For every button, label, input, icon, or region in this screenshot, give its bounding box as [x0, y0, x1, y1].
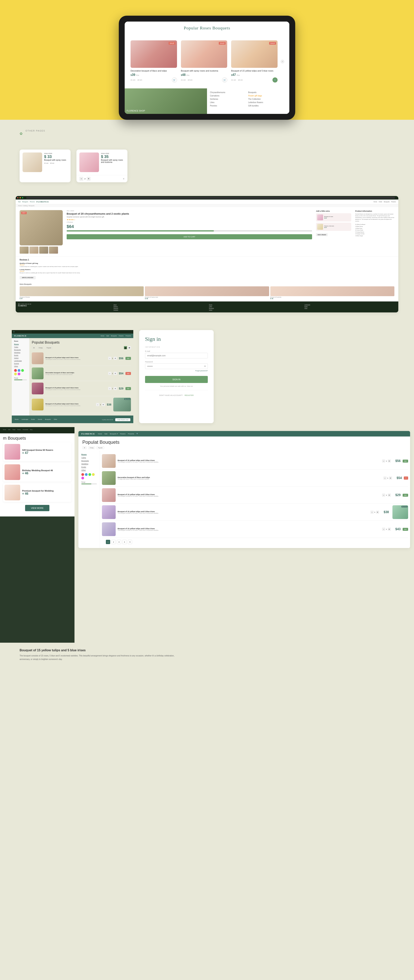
- large-filter-all[interactable]: All: [82, 447, 87, 449]
- close-btn[interactable]: ×: [123, 177, 124, 180]
- large-swatch-yellow[interactable]: [92, 473, 95, 476]
- filter-all[interactable]: All: [32, 347, 36, 349]
- add-to-cart-btn-1[interactable]: 🛒: [172, 78, 177, 83]
- large-sidebar-roses[interactable]: Roses: [81, 453, 97, 455]
- thumb-4[interactable]: [49, 247, 58, 254]
- large-sidebar-exotic[interactable]: Exotic: [81, 466, 97, 468]
- list-cart-3[interactable]: Add: [403, 494, 408, 497]
- thumb-1[interactable]: [20, 247, 29, 254]
- footer-about[interactable]: About: [113, 304, 205, 305]
- sidebar-wedding[interactable]: Wedding: [14, 352, 27, 353]
- large-filter-popular[interactable]: Popular: [96, 447, 104, 449]
- add-to-cart-btn-3[interactable]: 🛒: [272, 78, 277, 83]
- footer-roses[interactable]: Roses: [209, 304, 301, 305]
- nav-bouquets[interactable]: Bouquets: [248, 91, 287, 94]
- nav-peonies[interactable]: Peonies: [210, 105, 248, 107]
- footer-bouquets[interactable]: Bouquets: [209, 307, 301, 309]
- large-filter-cheap[interactable]: Cheap: [88, 447, 95, 449]
- large-sidebar-wedding[interactable]: Wedding: [81, 463, 97, 465]
- footer-indoor[interactable]: Indoor: [209, 309, 301, 310]
- swatch-red[interactable]: [14, 369, 17, 372]
- footer-delivery[interactable]: Delivery: [113, 306, 205, 307]
- large-swatch-pink[interactable]: [81, 477, 84, 479]
- password-field[interactable]: [145, 363, 208, 369]
- write-review-btn[interactable]: WRITE A REVIEW: [20, 276, 36, 279]
- swatch-pink[interactable]: [18, 372, 21, 375]
- nav-chrysanthemums[interactable]: Chrysanthemums: [210, 91, 248, 94]
- list-dec-5[interactable]: -: [382, 528, 385, 531]
- qty-decrease-btn[interactable]: −: [80, 177, 83, 181]
- sale-link[interactable]: Sale: [18, 201, 21, 203]
- nav-the-collection[interactable]: The Collection: [248, 98, 287, 100]
- qty-dec-2[interactable]: -: [108, 372, 111, 375]
- list-dec-2[interactable]: -: [384, 476, 387, 480]
- list-inc-1[interactable]: +: [388, 460, 391, 463]
- view-more-btn[interactable]: VIEW MORE: [25, 505, 49, 511]
- swatch-blue[interactable]: [18, 369, 21, 372]
- sidebar-bouquets[interactable]: Bouquets: [14, 349, 27, 351]
- grid-view-btn[interactable]: ▦: [124, 346, 127, 349]
- page-4[interactable]: 4: [122, 540, 127, 544]
- qty-dec-3[interactable]: -: [108, 387, 111, 390]
- qty-inc-4[interactable]: +: [102, 403, 105, 406]
- add-to-cart-btn-2[interactable]: 🛒: [222, 78, 227, 83]
- nav-gift-bundles[interactable]: Gift bundles: [248, 105, 287, 107]
- sidebar-exotic[interactable]: Exotic: [14, 354, 27, 356]
- footer-landscape[interactable]: Landscape: [304, 304, 396, 305]
- show-password-icon[interactable]: 👁: [204, 365, 206, 368]
- email-field[interactable]: [145, 353, 208, 358]
- list-dec-3[interactable]: -: [382, 493, 385, 497]
- swatch-green[interactable]: [21, 369, 24, 372]
- forgot-password-link[interactable]: Forgot password?: [145, 370, 208, 372]
- list-dec-4[interactable]: -: [371, 511, 374, 514]
- nav-carnations[interactable]: Carnations: [210, 95, 248, 97]
- qty-increase-btn[interactable]: +: [87, 177, 91, 181]
- list-view-btn[interactable]: ≡: [128, 346, 131, 349]
- sidebar-landscape[interactable]: Landscape: [14, 360, 27, 362]
- signin-submit-btn[interactable]: SIGN IN: [145, 376, 208, 383]
- filter-popular[interactable]: Popular: [45, 347, 53, 349]
- nav-flower-gift-bags[interactable]: Flower gift bags: [248, 95, 287, 97]
- filter-cheap[interactable]: Cheap: [37, 347, 44, 349]
- large-sidebar-tulips[interactable]: Tulips: [81, 457, 97, 459]
- large-swatch-red[interactable]: [81, 473, 84, 476]
- large-sidebar-other[interactable]: Other: [81, 469, 97, 471]
- footer-tulips[interactable]: Tulips: [209, 306, 301, 307]
- list-inc-2[interactable]: +: [389, 476, 392, 480]
- register-link[interactable]: REGISTER: [185, 395, 194, 396]
- list-inc-3[interactable]: +: [388, 493, 391, 497]
- list-inc-5[interactable]: +: [388, 528, 391, 531]
- catalog-cta-btn[interactable]: Order flowers now: [115, 418, 131, 421]
- catalog-cart-1[interactable]: Add: [126, 357, 131, 360]
- large-swatch-blue[interactable]: [85, 473, 88, 476]
- list-cart-2[interactable]: ✕: [404, 476, 408, 480]
- next-arrow-btn[interactable]: ›: [280, 60, 284, 64]
- list-cart-5[interactable]: Add: [403, 528, 408, 531]
- flowers-link[interactable]: Flowers: [30, 201, 35, 203]
- sidebar-roses[interactable]: Roses: [14, 344, 27, 345]
- page-5[interactable]: 5: [128, 540, 132, 544]
- qty-dec-1[interactable]: -: [108, 357, 111, 360]
- sidebar-other[interactable]: Other: [14, 365, 27, 367]
- large-swatch-green[interactable]: [88, 473, 91, 476]
- footer-other[interactable]: Other: [304, 307, 396, 309]
- page-2[interactable]: 2: [111, 540, 116, 544]
- nav-letterbox-flowers[interactable]: Letterbox flowers: [248, 101, 287, 103]
- nav-lilies[interactable]: Lilies: [210, 101, 248, 103]
- qty-dec-4[interactable]: -: [96, 403, 99, 406]
- sidebar-tulips[interactable]: Tulips: [14, 346, 27, 348]
- qty-inc-3[interactable]: +: [114, 387, 117, 390]
- list-dec-1[interactable]: -: [382, 460, 385, 463]
- footer-exotic[interactable]: Exotic: [304, 306, 396, 307]
- page-3[interactable]: 3: [117, 540, 121, 544]
- add-to-basket-btn[interactable]: Add to Basket: [316, 233, 328, 236]
- catalog-cart-2[interactable]: Add: [126, 372, 131, 375]
- sidebar-indoor[interactable]: Indoor: [14, 357, 27, 359]
- list-cart-1[interactable]: Add: [403, 460, 408, 463]
- catalog-cart-3[interactable]: Add: [126, 387, 131, 390]
- footer-contacts[interactable]: Contacts: [113, 309, 205, 310]
- page-1[interactable]: 1: [106, 540, 110, 544]
- sidebar-events[interactable]: Events: [14, 363, 27, 364]
- footer-payment[interactable]: Payment: [113, 307, 205, 309]
- swatch-yellow[interactable]: [14, 372, 17, 375]
